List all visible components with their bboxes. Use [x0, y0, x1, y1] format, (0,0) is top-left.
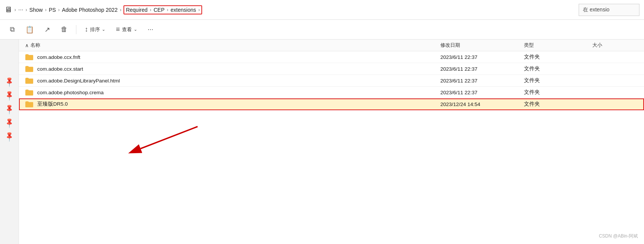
- main-area: 📌 📌 📌 📌 📌 ∧ 名称 修改日期 类型 大小: [0, 40, 644, 244]
- file-date: 2023/6/11 22:37: [440, 78, 524, 84]
- search-box[interactable]: 在 extensio: [579, 4, 639, 16]
- search-placeholder: 在 extensio: [583, 6, 609, 13]
- folder-icon: [25, 77, 33, 84]
- crumb-required[interactable]: Required: [126, 7, 147, 13]
- col-type-header: 类型: [524, 42, 592, 49]
- crumb-sep-3: ›: [58, 7, 60, 13]
- more-icon: ···: [148, 25, 153, 33]
- copy-icon: ⧉: [10, 25, 15, 33]
- file-date: 2023/6/11 22:37: [440, 90, 524, 95]
- pin-icon-5[interactable]: 📌: [3, 130, 15, 142]
- share-icon: ↗: [44, 25, 50, 34]
- table-row[interactable]: com.adobe.photoshop.crema 2023/6/11 22:3…: [19, 87, 644, 98]
- pin-icon-3[interactable]: 📌: [3, 103, 15, 115]
- sort-up-icon: ∧: [25, 43, 29, 48]
- highlighted-path: Required › CEP › extensions ›: [123, 5, 202, 14]
- col-size-header: 大小: [592, 42, 638, 49]
- crumb-sep-2: ›: [45, 7, 46, 13]
- share-button[interactable]: ↗: [41, 23, 54, 36]
- sort-label: 排序: [90, 26, 100, 33]
- folder-icon: [25, 65, 33, 72]
- pin-icon-4[interactable]: 📌: [3, 117, 15, 128]
- watermark: CSDN @ABin-阿斌: [599, 233, 638, 239]
- crumb-extensions[interactable]: extensions: [171, 7, 196, 13]
- file-type: 文件夹: [524, 101, 592, 108]
- file-date: 2023/12/24 14:54: [440, 101, 524, 107]
- pin-icon-1[interactable]: 📌: [3, 76, 15, 87]
- file-type: 文件夹: [524, 77, 592, 84]
- sort-chevron: ⌄: [102, 27, 105, 32]
- file-area: ∧ 名称 修改日期 类型 大小 com.adobe.ccx.fnft: [19, 40, 644, 244]
- crumb-sep-4: ›: [120, 7, 121, 13]
- red-arrow-annotation: [118, 123, 201, 161]
- crumb-cep[interactable]: CEP: [153, 7, 165, 13]
- file-name-cell: com.adobe.DesignLibraryPanel.html: [25, 77, 440, 84]
- col-date-header: 修改日期: [440, 42, 524, 49]
- sidebar: 📌 📌 📌 📌 📌: [0, 40, 19, 244]
- table-row[interactable]: com.adobe.ccx.start 2023/6/11 22:37 文件夹: [19, 63, 644, 75]
- ellipsis-crumb[interactable]: ···: [18, 6, 23, 13]
- address-bar: 🖥 › ··· › Show › PS › Adobe Photoshop 20…: [0, 0, 644, 20]
- monitor-icon: 🖥: [5, 5, 12, 14]
- crumb-sep-0: ›: [14, 7, 16, 13]
- clipboard-icon: 📋: [25, 25, 34, 34]
- crumb-photoshop[interactable]: Adobe Photoshop 2022: [62, 7, 117, 13]
- crumb-sep-1: ›: [25, 7, 27, 13]
- file-date: 2023/6/11 22:37: [440, 66, 524, 72]
- copy-button[interactable]: ⧉: [6, 23, 19, 36]
- column-headers: ∧ 名称 修改日期 类型 大小: [19, 40, 644, 51]
- table-row[interactable]: com.adobe.ccx.fnft 2023/6/11 22:37 文件夹: [19, 51, 644, 63]
- view-chevron: ⌄: [134, 27, 137, 32]
- view-icon: ≡: [116, 25, 120, 33]
- file-type: 文件夹: [524, 89, 592, 96]
- crumb-ps[interactable]: PS: [49, 7, 56, 13]
- file-name-cell: com.adobe.ccx.start: [25, 65, 440, 72]
- view-label: 查看: [122, 26, 132, 33]
- toolbar-divider: [76, 25, 76, 34]
- sort-button[interactable]: ↕ 排序 ⌄: [81, 23, 109, 36]
- file-name-cell: com.adobe.photoshop.crema: [25, 89, 440, 96]
- sort-icon: ↕: [85, 25, 88, 33]
- pin-icon-2[interactable]: 📌: [3, 89, 15, 101]
- file-date: 2023/6/11 22:37: [440, 54, 524, 60]
- table-row-highlighted[interactable]: 至臻版DR5.0 2023/12/24 14:54 文件夹: [19, 98, 644, 110]
- folder-icon: [25, 101, 33, 108]
- crumb-show[interactable]: Show: [29, 7, 43, 13]
- crumb-sep-6: ›: [167, 7, 168, 13]
- file-type: 文件夹: [524, 54, 592, 60]
- folder-icon: [25, 54, 33, 60]
- crumb-sep-5: ›: [150, 7, 151, 13]
- trash-icon: 🗑: [61, 25, 68, 33]
- file-list: com.adobe.ccx.fnft 2023/6/11 22:37 文件夹 c…: [19, 51, 644, 244]
- table-row[interactable]: com.adobe.DesignLibraryPanel.html 2023/6…: [19, 75, 644, 87]
- crumb-sep-7: ›: [198, 7, 200, 13]
- file-name-cell: 至臻版DR5.0: [25, 101, 440, 108]
- clipboard-button[interactable]: 📋: [22, 23, 38, 36]
- view-button[interactable]: ≡ 查看 ⌄: [112, 23, 141, 36]
- file-type: 文件夹: [524, 65, 592, 72]
- toolbar: ⧉ 📋 ↗ 🗑 ↕ 排序 ⌄ ≡ 查看 ⌄ ···: [0, 20, 644, 40]
- delete-button[interactable]: 🗑: [57, 23, 71, 36]
- more-button[interactable]: ···: [144, 23, 157, 36]
- folder-icon: [25, 89, 33, 96]
- col-name-header: ∧ 名称: [25, 42, 440, 49]
- svg-line-1: [141, 127, 198, 149]
- file-name-cell: com.adobe.ccx.fnft: [25, 54, 440, 60]
